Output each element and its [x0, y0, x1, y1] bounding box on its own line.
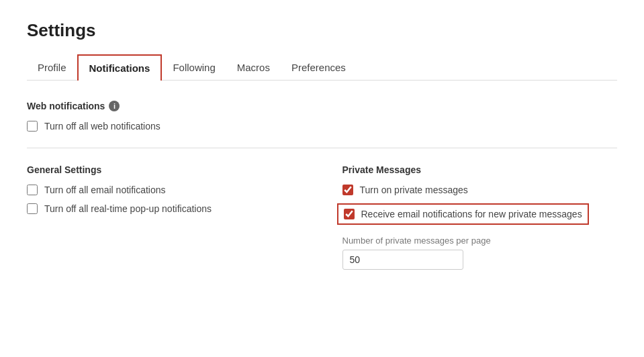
- turn-off-realtime-label[interactable]: Turn off all real-time pop-up notificati…: [44, 203, 212, 214]
- info-icon[interactable]: i: [109, 101, 120, 111]
- general-settings-column: General Settings Turn off all email noti…: [27, 164, 302, 270]
- turn-off-web-notifications-row: Turn off all web notifications: [27, 121, 617, 132]
- turn-off-email-label[interactable]: Turn off all email notifications: [44, 185, 166, 195]
- turn-off-realtime-checkbox[interactable]: [27, 203, 38, 214]
- turn-on-pm-label[interactable]: Turn on private messages: [360, 185, 468, 195]
- per-page-label: Number of private messages per page: [342, 236, 618, 246]
- tabs-nav: Profile Notifications Following Macros P…: [27, 54, 617, 81]
- tabs-container: Profile Notifications Following Macros P…: [27, 54, 617, 81]
- per-page-input[interactable]: [342, 250, 463, 270]
- web-notifications-section: Web notifications i Turn off all web not…: [27, 101, 617, 132]
- tab-macros[interactable]: Macros: [226, 54, 281, 80]
- web-notifications-label: Web notifications: [27, 101, 105, 111]
- web-notifications-title: Web notifications i: [27, 101, 617, 111]
- private-messages-title: Private Messages: [342, 164, 618, 175]
- tab-preferences[interactable]: Preferences: [281, 54, 357, 80]
- receive-email-pm-label[interactable]: Receive email notifications for new priv…: [361, 209, 582, 219]
- turn-on-pm-row: Turn on private messages: [342, 185, 618, 195]
- tab-profile[interactable]: Profile: [27, 54, 77, 80]
- private-messages-column: Private Messages Turn on private message…: [342, 164, 618, 270]
- general-settings-title: General Settings: [27, 164, 302, 175]
- turn-on-pm-checkbox[interactable]: [342, 185, 353, 195]
- receive-email-pm-row: Receive email notifications for new priv…: [337, 203, 589, 225]
- divider-1: [27, 148, 617, 148]
- tab-following[interactable]: Following: [162, 54, 226, 80]
- turn-off-email-checkbox[interactable]: [27, 185, 38, 195]
- turn-off-web-notifications-label[interactable]: Turn off all web notifications: [44, 121, 160, 132]
- turn-off-email-row: Turn off all email notifications: [27, 185, 302, 195]
- turn-off-web-notifications-checkbox[interactable]: [27, 121, 38, 132]
- tab-notifications[interactable]: Notifications: [77, 54, 163, 81]
- turn-off-realtime-row: Turn off all real-time pop-up notificati…: [27, 203, 302, 214]
- two-columns-layout: General Settings Turn off all email noti…: [27, 164, 617, 270]
- receive-email-pm-checkbox[interactable]: [344, 209, 355, 219]
- page-title: Settings: [27, 20, 617, 41]
